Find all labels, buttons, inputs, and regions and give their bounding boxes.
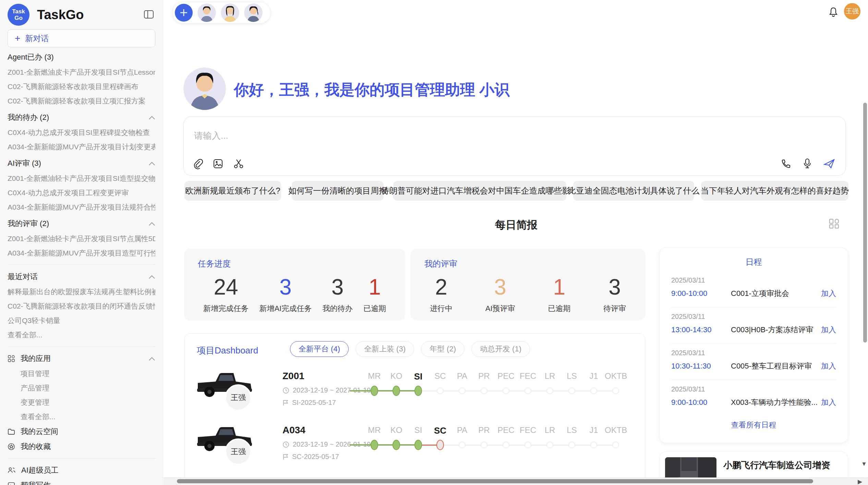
dashboard-title: 项目Dashboard xyxy=(197,345,258,357)
layout-grid-icon[interactable] xyxy=(828,218,840,231)
project-row[interactable]: 王强 A034 2023-12-19 ~ 2026-01-19 SC-2025-… xyxy=(184,422,645,476)
milestone-label: PA xyxy=(451,425,473,435)
suggestion-chip[interactable]: 欧洲新规最近颁布了什么? xyxy=(184,181,281,201)
milestone-label: PR xyxy=(473,371,495,381)
section-label: AI评审 (3) xyxy=(8,158,41,169)
sidebar-task-item[interactable]: A034-全新新能源MUV产品开发项目计划变更表编写 xyxy=(8,140,155,154)
project-owner-badge: 王强 xyxy=(225,438,252,465)
schedule-item[interactable]: 2025/03/11 10:30-11:30 C005-整车工程目标评审 加入 xyxy=(671,344,836,380)
schedule-date: 2025/03/11 xyxy=(671,313,836,321)
join-link[interactable]: 加入 xyxy=(821,288,836,299)
sidebar-item-favorites[interactable]: 我的收藏 xyxy=(8,439,155,454)
milestone-node-future xyxy=(437,387,444,394)
milestone-node-future xyxy=(612,387,619,394)
phone-call-icon[interactable] xyxy=(781,159,791,169)
sidebar-item-label: AI超级员工 xyxy=(21,465,59,475)
chevron-up-icon[interactable] xyxy=(148,272,155,281)
apps-view-all[interactable]: 查看全部... xyxy=(8,410,155,424)
sidebar-task-item[interactable]: Z001-全新燃油轻卡产品开发项目SI造型提交物评审 xyxy=(8,171,155,186)
tab-new-body[interactable]: 全新上装 (3) xyxy=(355,341,414,357)
stat-label: 新增完成任务 xyxy=(203,303,249,314)
sidebar-task-item[interactable]: Z001-全新燃油轻卡产品开发项目SI节点属性5D文件评审 xyxy=(8,232,155,246)
schedule-item[interactable]: 2025/03/11 13:00-14:30 C003|H0B-方案冻结评审 加… xyxy=(671,307,836,343)
schedule-item[interactable]: 2025/03/11 9:00-10:00 C001-立项审批会 加入 xyxy=(671,271,836,307)
chevron-up-icon[interactable] xyxy=(148,219,155,228)
join-link[interactable]: 加入 xyxy=(821,397,836,408)
milestone-node-done xyxy=(414,440,422,450)
sidebar-item-ai-super-staff[interactable]: AI超级员工 xyxy=(8,463,155,478)
apps-grid-icon xyxy=(8,355,15,362)
project-row[interactable]: 王强 Z001 2023-12-19 ~ 2027-01-19 SI-2025-… xyxy=(184,368,645,422)
scroll-right-arrow[interactable]: ▶ xyxy=(858,478,862,485)
tab-year-model[interactable]: 年型 (2) xyxy=(421,341,465,357)
microphone-icon[interactable] xyxy=(803,158,812,169)
section-label: 我的应用 xyxy=(21,353,51,364)
milestone-label: OKTB xyxy=(605,425,627,435)
vertical-scrollbar-thumb[interactable] xyxy=(863,103,867,343)
section-my-review[interactable]: 我的评审 (2) xyxy=(8,216,155,232)
horizontal-scrollbar-thumb[interactable] xyxy=(177,479,813,483)
recent-chat-item[interactable]: 解释最新出台的欧盟报废车法规再生塑料比例被调至15%... xyxy=(8,285,155,299)
card-title: 我的评审 xyxy=(424,258,631,269)
chevron-up-icon[interactable] xyxy=(148,159,155,168)
sidebar-task-item[interactable]: C0X4-动力总成开发项目SI里程碑提交物检查 xyxy=(8,125,155,140)
app-item-project-mgmt[interactable]: 项目管理 xyxy=(8,366,155,381)
section-my-apps[interactable]: 我的应用 xyxy=(8,351,155,366)
join-link[interactable]: 加入 xyxy=(821,361,836,371)
milestone-node-future xyxy=(503,442,509,448)
agent-avatar-3[interactable] xyxy=(244,3,263,22)
scroll-down-arrow[interactable]: ▼ xyxy=(861,461,867,468)
tab-powertrain[interactable]: 动总开发 (1) xyxy=(471,341,530,357)
agent-avatar-1[interactable] xyxy=(197,3,216,22)
new-chat-button[interactable]: + 新对话 xyxy=(8,29,155,47)
view-all-schedule-link[interactable]: 查看所有日程 xyxy=(671,420,836,430)
send-icon[interactable] xyxy=(823,158,835,169)
sidebar-task-item[interactable]: Z001-全新燃油皮卡产品开发项目SI节点Lesson Learn报告 xyxy=(8,65,155,79)
schedule-date: 2025/03/11 xyxy=(671,349,836,357)
tab-new-platform[interactable]: 全新平台 (4) xyxy=(290,341,349,357)
recent-chat-item[interactable]: C02-飞腾新能源轻客改款项目的闭环通告反馈情况 xyxy=(8,299,155,313)
schedule-item[interactable]: 2025/03/11 9:00-10:00 X003-车辆动力学性能验... 加… xyxy=(671,380,836,416)
schedule-time: 9:00-10:00 xyxy=(671,398,723,407)
milestone-label: J1 xyxy=(583,425,605,435)
recent-chat-item[interactable]: 公司Q3轻卡销量 xyxy=(8,313,155,328)
sidebar-task-item[interactable]: C02-飞腾新能源轻客改款项目立项汇报方案 xyxy=(8,94,155,108)
sidebar-item-cloud-space[interactable]: 我的云空间 xyxy=(8,424,155,439)
sidebar-task-item[interactable]: C0X4-动力总成开发项目工程变更评审 xyxy=(8,186,155,200)
section-recent-chats[interactable]: 最近对话 xyxy=(8,269,155,285)
section-my-todo[interactable]: 我的待办 (2) xyxy=(8,110,155,125)
milestone-label: OKTB xyxy=(605,371,627,381)
project-code: Z001 xyxy=(282,371,304,382)
assistant-avatar xyxy=(183,67,226,110)
sidebar-task-item[interactable]: A034-全新新能源MUV产品开发项目造型可行性评审 xyxy=(8,246,155,260)
user-avatar[interactable]: 王强 xyxy=(844,3,860,20)
suggestion-chip[interactable]: 当下年轻人对汽车外观有怎样的喜好趋势 xyxy=(701,181,848,201)
suggestion-chip[interactable]: 特朗普可能对进口汽车增税会对中国车企造成哪些影响 xyxy=(393,181,566,201)
suggestion-chip[interactable]: 如何写一份清晰的项目周报 xyxy=(292,181,384,201)
add-agent-button[interactable] xyxy=(175,4,193,22)
join-link[interactable]: 加入 xyxy=(821,325,836,335)
section-label: 我的待办 (2) xyxy=(8,112,49,123)
agent-avatar-2[interactable] xyxy=(221,3,239,22)
sidebar-task-item[interactable]: A034-全新新能源MUV产品开发项目法规符合性评审 xyxy=(8,200,155,214)
chat-input-card[interactable]: 请输入... xyxy=(183,116,846,176)
notification-bell-icon[interactable] xyxy=(828,7,839,19)
attachment-icon[interactable] xyxy=(193,158,203,169)
section-ai-review[interactable]: AI评审 (3) xyxy=(8,156,155,171)
sidebar-task-item[interactable]: C02-飞腾新能源轻客改款项目里程碑画布 xyxy=(8,79,155,94)
section-agent-done[interactable]: Agent已办 (3) xyxy=(8,49,155,65)
milestone-label: MR xyxy=(363,371,385,381)
scissors-icon[interactable] xyxy=(233,158,244,169)
app-item-product-mgmt[interactable]: 产品管理 xyxy=(8,381,155,395)
app-item-change-mgmt[interactable]: 变更管理 xyxy=(8,395,155,410)
chevron-up-icon[interactable] xyxy=(148,354,155,363)
stat-value: 2 xyxy=(430,274,453,300)
chevron-up-icon[interactable] xyxy=(148,113,155,122)
sidebar-collapse-icon[interactable] xyxy=(144,10,154,21)
stat-value: 3 xyxy=(259,274,312,300)
sidebar-item-help-write[interactable]: 帮我写作 xyxy=(8,478,155,485)
project-flag: SI-2025-05-17 xyxy=(292,399,336,407)
image-upload-icon[interactable] xyxy=(213,158,224,169)
suggestion-chip[interactable]: 比亚迪全固态电池计划具体说了什么 xyxy=(573,181,694,201)
recent-view-all[interactable]: 查看全部... xyxy=(8,328,155,342)
